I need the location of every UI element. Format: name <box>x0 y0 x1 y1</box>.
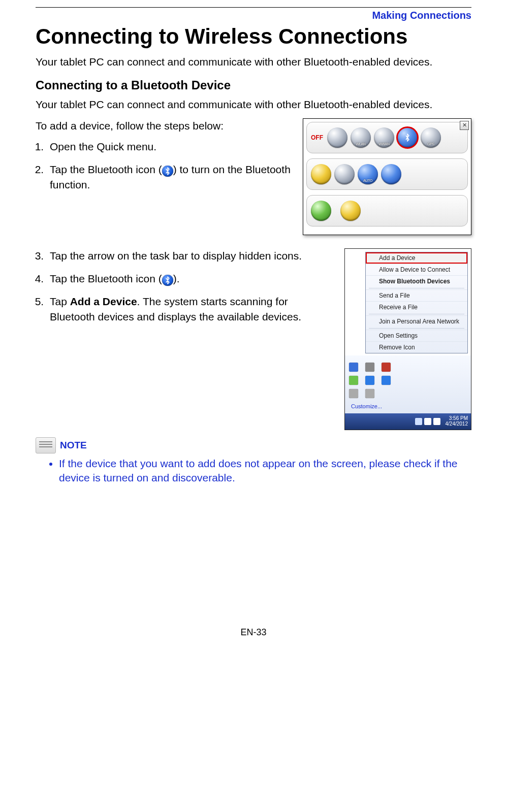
devices-icon[interactable] <box>334 164 355 184</box>
tray-icon[interactable] <box>349 376 358 385</box>
intro-text: Your tablet PC can connect and communica… <box>36 55 471 69</box>
sub-intro-text: Your tablet PC can connect and communica… <box>36 98 471 112</box>
wlan-icon[interactable]: WLAN <box>351 127 371 148</box>
step-5: Tap Add a Device. The system starts scan… <box>47 294 335 324</box>
page-number: EN-33 <box>36 627 471 638</box>
clock[interactable]: 3:56 PM 4/24/2012 <box>442 416 468 427</box>
step-4: Tap the Bluetooth icon (). <box>47 271 335 286</box>
menu-send-file[interactable]: Send a File <box>366 289 467 301</box>
note-item: If the device that you want to add does … <box>59 457 471 485</box>
section-label: Making Connections <box>36 10 471 21</box>
bluetooth-toggle-icon[interactable] <box>397 127 418 148</box>
bluetooth-icon <box>162 166 173 177</box>
steps-lead: To add a device, follow the steps below: <box>36 118 294 133</box>
tray-icon[interactable] <box>365 363 374 372</box>
quick-menu-screenshot: ✕ OFF WLAN WWAN GPS AUTO <box>303 118 471 235</box>
rotate-icon[interactable] <box>381 164 401 184</box>
page-title: Connecting to Wireless Connections <box>36 24 471 49</box>
taskbar: 3:56 PM 4/24/2012 <box>345 413 471 430</box>
tools-icon[interactable] <box>311 201 331 221</box>
tray-icon[interactable] <box>349 363 358 372</box>
wwan-icon[interactable]: WWAN <box>374 127 394 148</box>
bluetooth-icon <box>162 275 173 286</box>
step-3: Tap the arrow on the task bar to display… <box>47 248 335 263</box>
taskbar-screenshot: Add a Device Allow a Device to Connect S… <box>344 248 471 430</box>
step-2: Tap the Bluetooth icon () to turn on the… <box>47 162 294 192</box>
customize-link[interactable]: Customize... <box>349 400 467 410</box>
note-label: NOTE <box>60 440 87 451</box>
menu-open-settings[interactable]: Open Settings <box>366 330 467 341</box>
bluetooth-context-menu: Add a Device Allow a Device to Connect S… <box>365 252 468 353</box>
flag-icon[interactable] <box>415 418 422 425</box>
network-icon[interactable] <box>424 418 431 425</box>
menu-receive-file[interactable]: Receive a File <box>366 301 467 313</box>
auto-icon[interactable]: AUTO <box>358 164 378 184</box>
note-icon <box>36 437 56 453</box>
menu-allow-connect[interactable]: Allow a Device to Connect <box>366 264 467 275</box>
brightness-icon[interactable] <box>311 164 331 184</box>
volume-icon[interactable] <box>433 418 440 425</box>
step-1: Open the Quick menu. <box>47 139 294 154</box>
tray-icon[interactable] <box>365 389 374 398</box>
tray-icon[interactable] <box>349 389 358 398</box>
menu-remove-icon[interactable]: Remove Icon <box>366 341 467 353</box>
info-icon[interactable] <box>340 201 361 221</box>
tray-icon[interactable] <box>365 376 374 385</box>
off-label: OFF <box>311 134 323 141</box>
tray-icon[interactable] <box>382 363 391 372</box>
close-icon[interactable]: ✕ <box>460 121 469 130</box>
gps-icon[interactable]: GPS <box>421 127 441 148</box>
subheading: Connecting to a Bluetooth Device <box>36 78 471 92</box>
menu-join-pan[interactable]: Join a Personal Area Network <box>366 315 467 327</box>
tray-icon[interactable] <box>382 376 391 385</box>
menu-add-device[interactable]: Add a Device <box>366 252 467 264</box>
airplane-icon[interactable] <box>327 127 347 148</box>
menu-show-devices[interactable]: Show Bluetooth Devices <box>366 275 467 287</box>
